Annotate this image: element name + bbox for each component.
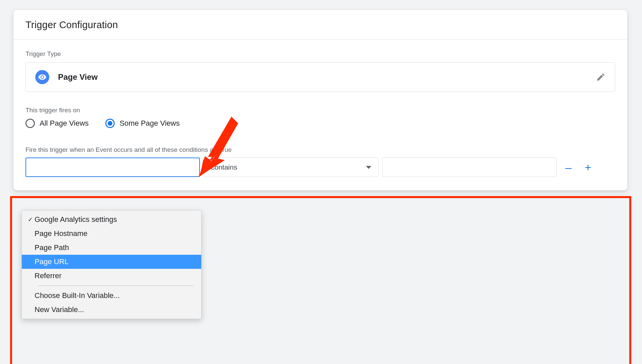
dropdown-option-referrer[interactable]: Referrer <box>22 269 201 283</box>
trigger-type-label: Trigger Type <box>25 50 615 58</box>
radio-label: Some Page Views <box>119 119 179 128</box>
condition-value-input[interactable] <box>382 158 557 177</box>
trigger-type-selector[interactable]: Page View <box>25 62 615 92</box>
operator-select[interactable]: contains <box>204 158 378 177</box>
dropdown-option-page-path[interactable]: Page Path <box>22 241 201 255</box>
dropdown-option-ga-settings[interactable]: ✓ Google Analytics settings <box>22 213 201 227</box>
page-view-icon <box>35 70 49 84</box>
dropdown-option-label: Page URL <box>35 257 69 266</box>
dropdown-new-variable[interactable]: New Variable... <box>22 303 201 317</box>
radio-icon <box>105 119 115 128</box>
dropdown-option-label: Referrer <box>35 271 62 280</box>
dropdown-option-page-hostname[interactable]: Page Hostname <box>22 227 201 241</box>
dropdown-separator <box>38 286 193 286</box>
variable-dropdown: ✓ Google Analytics settings Page Hostnam… <box>21 210 202 319</box>
conditions-section: Fire this trigger when an Event occurs a… <box>25 146 615 177</box>
radio-all-page-views[interactable]: All Page Views <box>25 119 89 128</box>
dropdown-option-page-url[interactable]: Page URL <box>22 255 201 269</box>
dropdown-option-label: Page Path <box>35 243 69 252</box>
radio-some-page-views[interactable]: Some Page Views <box>105 119 179 128</box>
dropdown-option-label: Page Hostname <box>35 229 88 238</box>
check-icon: ✓ <box>26 216 35 223</box>
dropdown-option-label: New Variable... <box>35 305 84 314</box>
conditions-label: Fire this trigger when an Event occurs a… <box>25 146 615 154</box>
operator-value: contains <box>211 163 237 171</box>
fires-on-label: This trigger fires on <box>25 107 615 114</box>
variable-select[interactable] <box>25 158 200 177</box>
trigger-config-card: Trigger Configuration Trigger Type Page … <box>13 10 627 190</box>
dropdown-option-label: Google Analytics settings <box>35 215 117 224</box>
dropdown-choose-builtin[interactable]: Choose Built-In Variable... <box>22 289 201 303</box>
card-title: Trigger Configuration <box>13 10 627 39</box>
radio-icon <box>25 119 35 128</box>
fires-on-radio-group: All Page Views Some Page Views <box>25 119 615 128</box>
edit-icon[interactable] <box>596 72 605 82</box>
add-condition-button[interactable]: + <box>580 160 596 175</box>
radio-label: All Page Views <box>40 119 89 128</box>
condition-row: contains – + <box>25 158 615 177</box>
card-body: Trigger Type Page View This trigger fire… <box>13 40 627 180</box>
remove-condition-button[interactable]: – <box>561 160 576 175</box>
chevron-down-icon <box>366 166 371 169</box>
trigger-type-name: Page View <box>58 72 98 82</box>
dropdown-option-label: Choose Built-In Variable... <box>35 291 120 300</box>
trigger-type-left: Page View <box>35 70 98 84</box>
